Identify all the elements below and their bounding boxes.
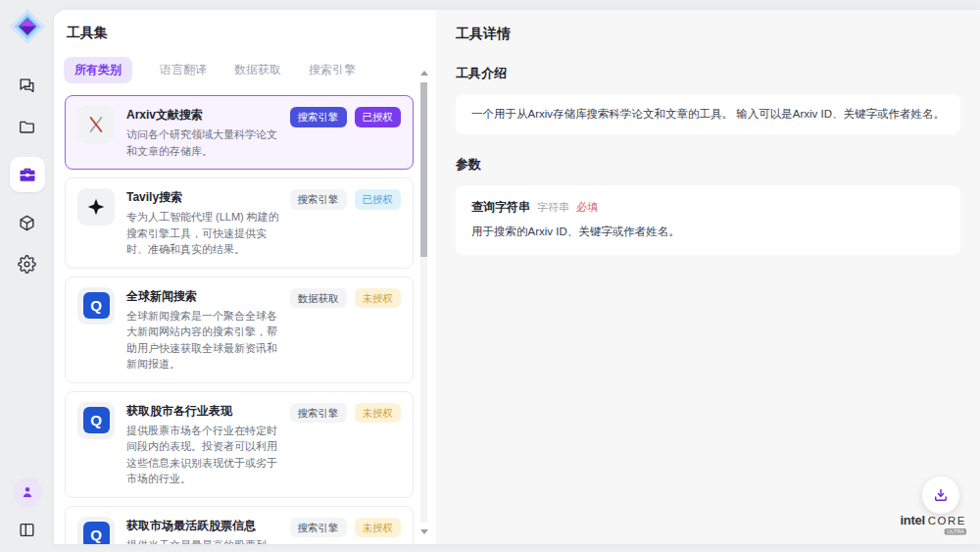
intro-heading: 工具介绍 — [456, 65, 960, 82]
download-icon — [932, 486, 950, 504]
user-avatar[interactable] — [13, 477, 42, 507]
sidebar-item-layout[interactable] — [16, 519, 39, 540]
category-badge: 搜索引擎 — [290, 189, 347, 210]
tool-name: Arxiv文献搜索 — [126, 106, 280, 125]
parameter-required-badge: 必填 — [576, 200, 598, 215]
folder-icon — [18, 118, 36, 136]
sidebar-item-packages[interactable] — [16, 212, 39, 233]
sidebar — [0, 0, 54, 552]
tool-text: 全球新闻搜索 全球新闻搜索是一个聚合全球各大新闻网站内容的搜索引擎，帮助用户快速… — [126, 287, 280, 373]
scroll-down-icon[interactable] — [420, 529, 428, 534]
scroll-up-icon[interactable] — [420, 71, 428, 75]
tool-name: Tavily搜索 — [126, 188, 280, 207]
app-logo-icon — [9, 8, 46, 45]
gear-icon — [18, 255, 36, 274]
parameter-item: 查询字符串 字符串 必填 用于搜索的Arxiv ID、关键字或作者姓名。 — [456, 185, 960, 255]
page-title: 工具集 — [54, 10, 436, 42]
scrollbar-thumb[interactable] — [420, 82, 427, 257]
core-text: CORE — [928, 515, 966, 527]
intro-text: 一个用于从Arxiv存储库搜索科学论文和文章的工具。 输入可以是Arxiv ID… — [456, 94, 960, 134]
category-tabs: 所有类别 语言翻译 数据获取 搜索引擎 — [64, 57, 436, 83]
tool-badges: 搜索引擎 未授权 — [290, 517, 402, 538]
tool-name: 获取市场最活跃股票信息 — [126, 517, 280, 535]
auth-status-badge: 未授权 — [355, 288, 402, 309]
tool-card-active-stocks[interactable]: Q 获取市场最活跃股票信息 提供当天交易量最高的股票列表，投资者可以利用这些信息… — [65, 506, 414, 545]
arxiv-x-icon — [77, 106, 115, 143]
tool-name: 获取股市各行业表现 — [126, 402, 280, 421]
ultra-badge: ULTRA — [944, 528, 966, 534]
layout-panels-icon — [18, 521, 36, 539]
scrollbar — [420, 71, 427, 534]
sidebar-item-tools[interactable] — [10, 157, 45, 192]
toolbox-icon — [18, 165, 37, 184]
tool-name: 全球新闻搜索 — [126, 287, 280, 306]
parameter-name: 查询字符串 — [471, 199, 530, 216]
parameter-type: 字符串 — [537, 200, 569, 215]
tool-badges: 数据获取 未授权 — [290, 287, 402, 309]
tab-all-categories[interactable]: 所有类别 — [64, 57, 132, 83]
tool-card-global-news[interactable]: Q 全球新闻搜索 全球新闻搜索是一个聚合全球各大新闻网站内容的搜索引擎，帮助用户… — [65, 276, 414, 383]
tool-card-tavily[interactable]: Tavily搜索 专为人工智能代理 (LLM) 构建的搜索引擎工具，可快速提供实… — [65, 177, 414, 269]
package-icon — [18, 214, 36, 232]
tool-card-arxiv[interactable]: Arxiv文献搜索 访问各个研究领域大量科学论文和文章的存储库。 搜索引擎 已授… — [65, 95, 414, 170]
main-window: 工具集 所有类别 语言翻译 数据获取 搜索引擎 Arxiv文献搜索 访问各个研究… — [54, 10, 980, 544]
tool-text: 获取股市各行业表现 提供股票市场各个行业在特定时间段内的表现。投资者可以利用这些… — [126, 402, 280, 487]
tool-badges: 搜索引擎 未授权 — [290, 402, 402, 424]
sidebar-bottom — [13, 477, 42, 540]
chat-icon — [18, 76, 36, 95]
tool-list-panel: 工具集 所有类别 语言翻译 数据获取 搜索引擎 Arxiv文献搜索 访问各个研究… — [54, 10, 436, 544]
intel-core-logo: intel CORE ULTRA — [901, 513, 966, 536]
tool-description: 访问各个研究领域大量科学论文和文章的存储库。 — [126, 126, 280, 159]
tool-list: Arxiv文献搜索 访问各个研究领域大量科学论文和文章的存储库。 搜索引擎 已授… — [54, 94, 436, 544]
tool-detail-panel: 工具详情 工具介绍 一个用于从Arxiv存储库搜索科学论文和文章的工具。 输入可… — [436, 10, 980, 544]
tool-card-stock-sectors[interactable]: Q 获取股市各行业表现 提供股票市场各个行业在特定时间段内的表现。投资者可以利用… — [65, 391, 414, 498]
q-app-icon: Q — [77, 402, 115, 439]
q-app-icon: Q — [77, 517, 115, 545]
tab-language-translation[interactable]: 语言翻译 — [160, 62, 207, 78]
sidebar-nav — [10, 75, 45, 275]
tool-description: 专为人工智能代理 (LLM) 构建的搜索引擎工具，可快速提供实时、准确和真实的结… — [126, 209, 280, 258]
intel-text: intel — [901, 513, 925, 527]
parameter-description: 用于搜索的Arxiv ID、关键字或作者姓名。 — [471, 225, 945, 239]
tool-description: 提供股票市场各个行业在特定时间段内的表现。投资者可以利用这些信息来识别表现优于或… — [126, 423, 280, 487]
auth-status-badge: 已授权 — [355, 189, 402, 210]
tool-description: 提供当天交易量最高的股票列表，投资者可以利用这些信息来识别流动性强的股票和潜在的… — [126, 537, 280, 545]
sidebar-item-chat[interactable] — [16, 75, 39, 96]
params-heading: 参数 — [456, 156, 960, 174]
sidebar-item-settings[interactable] — [16, 253, 39, 275]
tool-text: 获取市场最活跃股票信息 提供当天交易量最高的股票列表，投资者可以利用这些信息来识… — [126, 517, 280, 545]
tab-search-engine[interactable]: 搜索引擎 — [309, 62, 356, 78]
intel-core-wordmark: intel CORE — [901, 513, 966, 527]
category-badge: 搜索引擎 — [290, 403, 347, 424]
tool-description: 全球新闻搜索是一个聚合全球各大新闻网站内容的搜索引擎，帮助用户快速获取全球最新资… — [126, 308, 280, 373]
category-badge: 数据获取 — [290, 288, 347, 309]
user-icon — [20, 484, 35, 500]
auth-status-badge: 未授权 — [355, 518, 402, 538]
tool-badges: 搜索引擎 已授权 — [290, 106, 402, 127]
tab-data-acquisition[interactable]: 数据获取 — [234, 62, 281, 78]
download-button[interactable] — [922, 477, 959, 514]
q-app-icon: Q — [77, 287, 115, 325]
tool-text: Tavily搜索 专为人工智能代理 (LLM) 构建的搜索引擎工具，可快速提供实… — [126, 188, 280, 258]
auth-status-badge: 已授权 — [355, 107, 402, 127]
auth-status-badge: 未授权 — [355, 403, 402, 424]
category-badge: 搜索引擎 — [290, 518, 347, 538]
scrollbar-track[interactable] — [420, 82, 427, 523]
tool-badges: 搜索引擎 已授权 — [290, 188, 402, 210]
parameter-head: 查询字符串 字符串 必填 — [471, 199, 945, 216]
category-badge: 搜索引擎 — [290, 107, 347, 127]
tool-text: Arxiv文献搜索 访问各个研究领域大量科学论文和文章的存储库。 — [126, 106, 280, 159]
tavily-sparkle-icon — [77, 188, 115, 226]
sidebar-item-files[interactable] — [16, 116, 39, 137]
detail-title: 工具详情 — [456, 25, 960, 43]
